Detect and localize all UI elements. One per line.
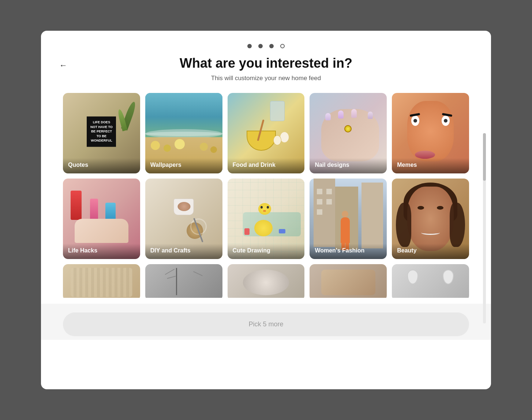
branch3	[193, 271, 203, 276]
pick-more-button[interactable]: Pick 5 more	[63, 312, 469, 336]
category-card-fashion[interactable]: Women's Fashion	[310, 179, 387, 259]
building3	[361, 183, 383, 248]
progress-dot-1	[247, 44, 252, 48]
branch1	[165, 269, 175, 275]
diy-liquid	[178, 202, 191, 211]
categories-grid: LIFE DOES NOT HAVE TO BE PERFECT TO BE W…	[63, 93, 469, 298]
chick-head	[258, 203, 271, 215]
branch-trunk	[176, 268, 177, 295]
progress-dot-2	[258, 44, 263, 48]
category-card-quotes[interactable]: LIFE DOES NOT HAVE TO BE PERFECT TO BE W…	[63, 93, 140, 173]
flower4	[200, 143, 208, 151]
progress-indicator	[247, 44, 285, 48]
chick-item2	[279, 229, 285, 233]
bottom-action-bar: Pick 5 more	[41, 304, 491, 340]
window2	[443, 270, 454, 284]
quotes-decoration: LIFE DOES NOT HAVE TO BE PERFECT TO BE W…	[87, 116, 116, 147]
card-label-drawing: Cute Drawing	[228, 244, 305, 259]
card-label-beauty: Beauty	[392, 244, 469, 259]
card-label-nail: Nail designs	[310, 158, 387, 173]
page-title: What are you interested in?	[180, 56, 352, 71]
card-label-diy: DIY and Crafts	[145, 244, 222, 259]
category-card-lifehacks[interactable]: Life Hacks	[63, 179, 140, 259]
beauty-face	[407, 187, 453, 251]
window1	[407, 270, 418, 284]
category-card-beauty[interactable]: Beauty	[392, 179, 469, 259]
flower2	[164, 145, 171, 152]
progress-dot-3	[269, 44, 274, 48]
lh-tube1	[71, 191, 82, 220]
category-card-diy[interactable]: DIY and Crafts	[145, 179, 222, 259]
category-card-wallpapers[interactable]: Wallpapers	[145, 93, 222, 173]
category-card-row3-3[interactable]	[228, 264, 305, 298]
category-card-row3-2[interactable]	[145, 264, 222, 298]
flower5	[210, 146, 217, 153]
progress-dot-4-active	[280, 44, 285, 48]
card-label-wallpapers: Wallpapers	[145, 158, 222, 173]
card-label-lifehacks: Life Hacks	[63, 244, 140, 259]
category-card-memes[interactable]: Memes	[392, 93, 469, 173]
nail1	[325, 113, 331, 120]
nail3	[351, 109, 357, 118]
nail4	[368, 112, 373, 119]
category-card-row3-1[interactable]	[63, 264, 140, 298]
category-card-nail[interactable]: Nail designs	[310, 93, 387, 173]
diy-cup	[174, 199, 194, 215]
main-window: ← What are you interested in? This will …	[41, 31, 491, 389]
lh-hand	[75, 219, 129, 243]
hair-left	[396, 203, 411, 247]
back-button[interactable]: ←	[59, 61, 67, 70]
card-label-memes: Memes	[392, 158, 469, 173]
egg2	[273, 135, 281, 145]
branch2	[167, 276, 176, 279]
card-label-quotes: Quotes	[63, 158, 140, 173]
knit-texture	[71, 268, 132, 297]
meme-eye-left	[411, 116, 419, 126]
wave2	[145, 132, 222, 136]
scrollbar-thumb[interactable]	[483, 133, 486, 181]
abstract	[243, 270, 289, 295]
meme-eye-right	[442, 116, 450, 126]
flower1	[151, 141, 160, 150]
category-card-food[interactable]: Food and Drink	[228, 93, 305, 173]
categories-grid-container[interactable]: LIFE DOES NOT HAVE TO BE PERFECT TO BE W…	[41, 93, 491, 298]
scrollbar-track[interactable]	[483, 133, 486, 323]
category-card-drawing[interactable]: Cute Drawing	[228, 179, 305, 259]
jar	[270, 101, 285, 121]
flower3	[175, 139, 185, 149]
abstract2	[321, 270, 375, 295]
page-header: What are you interested in? This will cu…	[180, 56, 352, 82]
page-subtitle: This will customize your new home feed	[180, 75, 352, 82]
category-card-row3-4[interactable]	[310, 264, 387, 298]
egg1	[280, 132, 289, 143]
hair-right	[450, 203, 465, 247]
card-label-fashion: Women's Fashion	[310, 244, 387, 259]
building1	[314, 179, 335, 247]
bowl	[247, 131, 276, 151]
fashion-person	[341, 217, 350, 243]
nail2	[338, 110, 344, 119]
card-label-food: Food and Drink	[228, 158, 305, 173]
chick-item1	[244, 228, 250, 235]
category-card-row3-5[interactable]	[392, 264, 469, 298]
